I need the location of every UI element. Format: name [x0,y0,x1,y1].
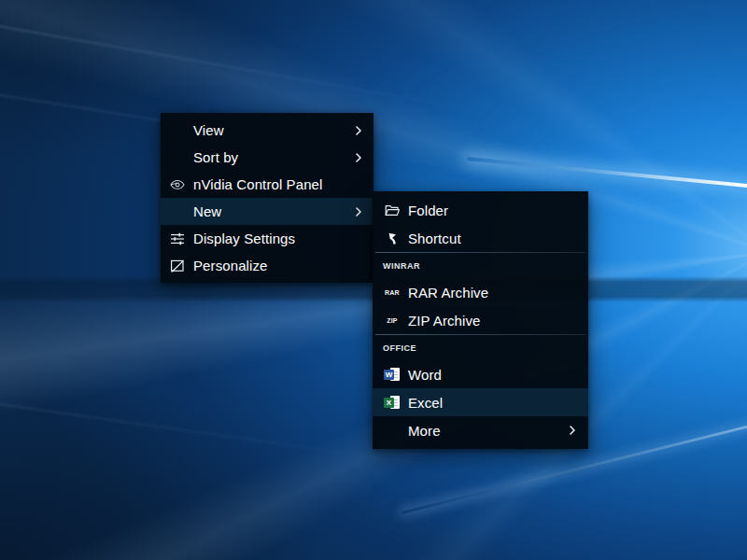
rar-badge-icon: RAR [384,289,401,296]
zip-badge-icon: ZIP [384,317,401,324]
chevron-right-icon [356,153,361,162]
display-settings-icon [170,232,185,245]
word-tile: W [384,370,394,380]
submenu-item-label: Excel [408,395,443,411]
light-beam [0,21,487,113]
submenu-item-zip-archive[interactable]: ZIP ZIP Archive [373,306,588,334]
excel-icon: X [384,395,401,410]
chevron-right-icon [356,126,361,135]
new-submenu: Folder Shortcut WINRAR RAR RAR Archive Z… [373,191,588,449]
menu-item-view[interactable]: View [161,117,374,144]
light-beam [0,399,434,467]
submenu-item-excel[interactable]: X Excel [373,388,588,416]
menu-item-personalize[interactable]: Personalize [161,252,374,279]
submenu-item-label: ZIP Archive [408,313,481,329]
menu-item-label: nVidia Control Panel [193,176,322,192]
submenu-item-label: More [408,423,441,439]
context-menu: View Sort by nVidia Control Panel New [161,113,374,283]
submenu-item-label: RAR Archive [408,285,488,301]
menu-item-nvidia-control-panel[interactable]: nVidia Control Panel [161,171,374,198]
submenu-item-more[interactable]: More [373,416,588,444]
shortcut-arrow-icon [384,232,401,245]
menu-item-display-settings[interactable]: Display Settings [161,225,374,252]
submenu-item-rar-archive[interactable]: RAR RAR Archive [373,278,588,306]
bright-light-streak [467,157,747,189]
submenu-item-label: Folder [408,203,448,218]
chevron-right-icon [570,426,575,435]
submenu-item-label: Word [408,367,442,383]
menu-item-label: Display Settings [193,231,295,246]
menu-item-label: New [193,203,221,219]
folder-icon [384,203,401,217]
personalize-icon [170,259,185,273]
submenu-item-word[interactable]: W Word [373,360,588,388]
section-header-winrar: WINRAR [373,253,588,278]
submenu-item-shortcut[interactable]: Shortcut [373,224,588,252]
submenu-item-label: Shortcut [408,231,461,246]
word-icon: W [384,367,401,382]
nvidia-logo-icon [170,179,185,190]
menu-item-new[interactable]: New [161,198,374,225]
menu-item-label: Sort by [193,149,238,165]
submenu-item-folder[interactable]: Folder [373,196,588,224]
menu-item-sort-by[interactable]: Sort by [161,144,374,171]
menu-item-label: View [193,122,224,138]
menu-item-label: Personalize [193,258,267,273]
section-header-office: OFFICE [373,335,588,360]
chevron-right-icon [356,207,361,217]
excel-tile: X [384,398,394,408]
